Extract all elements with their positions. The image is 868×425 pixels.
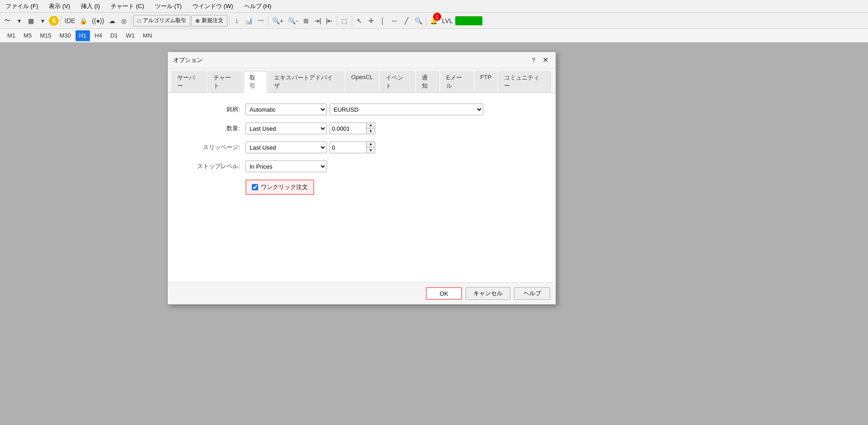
tf-h4[interactable]: H4	[91, 30, 106, 41]
dialog-controls: ? ✕	[530, 57, 550, 64]
volume-select[interactable]: Last Used Fixed	[245, 123, 327, 134]
autoscroll-btn[interactable]: |⇤	[324, 14, 335, 27]
tab-notifications[interactable]: 通知	[416, 71, 439, 92]
tf-d1[interactable]: D1	[107, 30, 122, 41]
tab-ftp[interactable]: FTP	[475, 71, 498, 92]
tab-opencl[interactable]: OpenCL	[345, 71, 379, 92]
tf-h1[interactable]: H1	[75, 30, 90, 41]
signal-btn[interactable]: ◎	[118, 14, 129, 27]
lock-btn[interactable]: 🔒	[78, 14, 89, 27]
crosshair-btn[interactable]: ✛	[366, 14, 377, 27]
symbol2-select[interactable]: EURUSD	[330, 104, 483, 115]
hline-tool-btn[interactable]: ─	[389, 14, 400, 27]
oneclick-label[interactable]: ワンクリック注文	[245, 179, 314, 195]
menu-chart[interactable]: チャート (C)	[109, 1, 146, 11]
tf-m30[interactable]: M30	[56, 30, 74, 41]
tf-mn[interactable]: MN	[139, 30, 156, 41]
tab-chart[interactable]: チャート	[208, 71, 243, 92]
symbol-label: 銘柄:	[182, 105, 245, 113]
dialog-help-btn[interactable]: ?	[530, 57, 537, 64]
algo-icon: □	[137, 18, 141, 24]
volume-spinner: ▲ ▼	[330, 123, 375, 134]
algo-label: アルゴリズム取引	[143, 17, 186, 24]
menu-insert[interactable]: 挿入 (I)	[79, 1, 102, 11]
toolbar: 〜 ▾ ▦ ▾ $ IDE 🔒 ((●)) ☁ ◎ □ アルゴリズム取引 ⊕ 新…	[0, 13, 868, 29]
menu-file[interactable]: ファイル (F)	[4, 1, 40, 11]
symbol-row: 銘柄: Automatic Fixed EURUSD	[182, 104, 541, 115]
separator-3	[229, 16, 230, 26]
notification-wrap: 🔔 1	[428, 14, 439, 27]
algo-trading-btn[interactable]: □ アルゴリズム取引	[133, 15, 190, 27]
tf-m15[interactable]: M15	[36, 30, 55, 41]
tf-m5[interactable]: M5	[20, 30, 35, 41]
new-order-label: 新規注文	[202, 17, 223, 24]
screenshot-btn[interactable]: ⬚	[339, 14, 350, 27]
symbol-controls: Automatic Fixed EURUSD	[245, 104, 541, 115]
tab-community[interactable]: コミュニティー	[498, 71, 551, 92]
tab-events[interactable]: イベント	[380, 71, 415, 92]
slippage-row: スリッページ: Last Used Fixed ▲ ▼	[182, 142, 541, 153]
tab-server[interactable]: サーバー	[171, 71, 207, 92]
ide-btn[interactable]: IDE	[63, 14, 77, 27]
oneclick-checkbox[interactable]	[252, 184, 258, 190]
dialog-title: オプション	[173, 56, 203, 64]
tab-trade[interactable]: 取引	[244, 71, 267, 93]
chart-dropdown-btn[interactable]: ▾	[14, 14, 24, 27]
cancel-button[interactable]: キャンセル	[466, 287, 510, 300]
slippage-label: スリッページ:	[182, 143, 245, 151]
cloud-btn[interactable]: ☁	[107, 14, 118, 27]
slippage-input[interactable]	[330, 142, 366, 153]
lvl-btn[interactable]: LVL	[440, 14, 455, 27]
ohlc-btn[interactable]: 📊	[243, 14, 255, 27]
volume-row: 数量: Last Used Fixed ▲ ▼	[182, 123, 541, 134]
volume-label: 数量:	[182, 124, 245, 132]
tab-email[interactable]: Eメール	[440, 71, 474, 92]
zoom-in-btn[interactable]: 🔍+	[270, 14, 285, 27]
separator-2	[131, 16, 132, 26]
help-button[interactable]: ヘルプ	[514, 287, 550, 300]
tab-expert[interactable]: エキスパートアドバイザ	[268, 71, 344, 92]
dialog-close-btn[interactable]: ✕	[541, 57, 550, 64]
symbol-select[interactable]: Automatic Fixed	[245, 104, 327, 115]
zoom-out-btn[interactable]: 🔍-	[286, 14, 300, 27]
volume-down-btn[interactable]: ▼	[367, 128, 375, 134]
separator-1	[61, 16, 61, 26]
separator-7	[426, 16, 426, 26]
menu-view[interactable]: 表示 (V)	[47, 1, 72, 11]
tf-m1[interactable]: M1	[4, 30, 19, 41]
grid-btn[interactable]: ⊞	[301, 14, 311, 27]
new-order-btn[interactable]: ⊕ 新規注文	[191, 15, 227, 27]
scroll-right-btn[interactable]: ⇥|	[312, 14, 323, 27]
stoplevel-select[interactable]: In Prices In Points	[245, 161, 327, 172]
bar-chart-btn[interactable]: ▦	[25, 14, 36, 27]
slippage-down-btn[interactable]: ▼	[367, 147, 375, 153]
ok-button[interactable]: OK	[426, 287, 462, 300]
slippage-up-btn[interactable]: ▲	[367, 142, 375, 147]
volume-spinner-btns: ▲ ▼	[366, 123, 375, 134]
radio-btn[interactable]: ((●))	[90, 14, 106, 27]
menu-bar: ファイル (F) 表示 (V) 挿入 (I) チャート (C) ツール (T) …	[0, 0, 868, 13]
notification-badge: 1	[433, 13, 441, 21]
volume-input[interactable]	[330, 123, 366, 134]
indicators-btn[interactable]: 〰	[255, 14, 266, 27]
timeframe-bar: M1 M5 M15 M30 H1 H4 D1 W1 MN	[0, 29, 868, 42]
menu-help[interactable]: ヘルプ (H)	[242, 1, 274, 11]
line-chart-btn[interactable]: 〜	[2, 14, 13, 27]
cursor-btn[interactable]: ↖	[354, 14, 365, 27]
crosshair-price-btn[interactable]: ↕	[231, 14, 242, 27]
volume-up-btn[interactable]: ▲	[367, 123, 375, 128]
line-tool-btn[interactable]: │	[377, 14, 388, 27]
dialog-footer: OK キャンセル ヘルプ	[168, 282, 556, 304]
tf-w1[interactable]: W1	[123, 30, 139, 41]
menu-window[interactable]: ウインドウ (W)	[191, 1, 235, 11]
stoplevel-row: ストップレベル: In Prices In Points	[182, 161, 541, 172]
dialog-titlebar: オプション ? ✕	[168, 52, 556, 68]
trendline-btn[interactable]: ╱	[401, 14, 412, 27]
bar-chart-dropdown-btn[interactable]: ▾	[37, 14, 48, 27]
slippage-select[interactable]: Last Used Fixed	[245, 142, 327, 153]
menu-tools[interactable]: ツール (T)	[153, 1, 184, 11]
separator-5	[337, 16, 337, 26]
slippage-controls: Last Used Fixed ▲ ▼	[245, 142, 541, 153]
search-btn[interactable]: 🔍	[413, 14, 424, 27]
slippage-spinner: ▲ ▼	[330, 142, 375, 153]
